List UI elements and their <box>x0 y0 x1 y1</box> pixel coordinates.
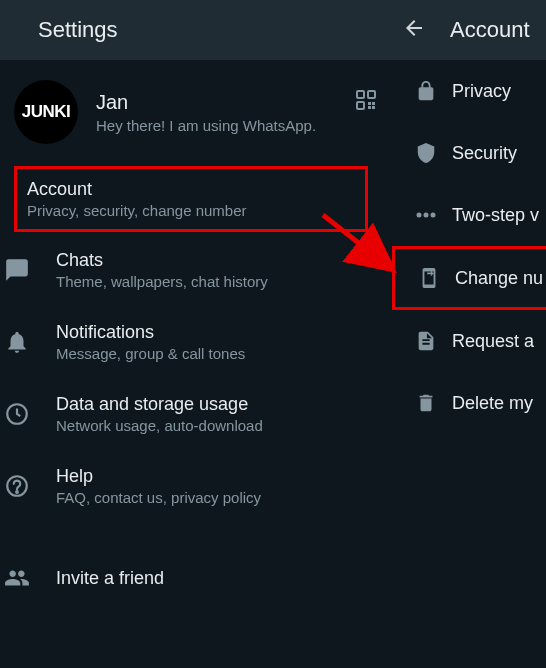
menu-label: Change nu <box>455 268 543 289</box>
svg-rect-6 <box>372 102 375 105</box>
account-item-privacy[interactable]: Privacy <box>392 60 546 122</box>
settings-item-invite[interactable]: Invite a friend <box>0 542 392 614</box>
settings-header: Settings <box>0 0 392 60</box>
settings-item-data[interactable]: Data and storage usage Network usage, au… <box>0 378 392 450</box>
menu-sub: Privacy, security, change number <box>27 202 355 219</box>
menu-title: Data and storage usage <box>56 394 378 415</box>
svg-point-12 <box>431 213 436 218</box>
trash-icon <box>400 392 452 414</box>
profile-name: Jan <box>96 91 378 114</box>
menu-label: Delete my <box>452 393 533 414</box>
account-item-request[interactable]: Request a <box>392 310 546 372</box>
avatar: JUNKI <box>14 80 78 144</box>
settings-panel: Settings JUNKI Jan Hey there! I am using… <box>0 0 392 668</box>
menu-sub: Theme, wallpapers, chat history <box>56 273 378 290</box>
profile-status: Hey there! I am using WhatsApp. <box>96 117 378 134</box>
account-item-twostep[interactable]: Two-step v <box>392 184 546 246</box>
account-item-delete[interactable]: Delete my <box>392 372 546 434</box>
back-icon[interactable] <box>402 16 426 44</box>
menu-text: Help FAQ, contact us, privacy policy <box>56 466 378 506</box>
phone-transfer-icon <box>403 267 455 289</box>
data-icon <box>0 401 56 427</box>
svg-point-10 <box>417 213 422 218</box>
menu-title: Account <box>27 179 355 200</box>
document-icon <box>400 330 452 352</box>
svg-rect-0 <box>357 91 364 98</box>
profile-row[interactable]: JUNKI Jan Hey there! I am using WhatsApp… <box>0 60 392 164</box>
account-item-security[interactable]: Security <box>392 122 546 184</box>
menu-text: Data and storage usage Network usage, au… <box>56 394 378 434</box>
chat-icon <box>0 257 56 283</box>
menu-title: Invite a friend <box>56 568 378 589</box>
menu-sub: Message, group & call tones <box>56 345 378 362</box>
svg-point-11 <box>424 213 429 218</box>
account-item-changenumber[interactable]: Change nu <box>392 246 546 310</box>
svg-rect-1 <box>368 91 375 98</box>
menu-label: Privacy <box>452 81 511 102</box>
menu-sub: FAQ, contact us, privacy policy <box>56 489 378 506</box>
svg-rect-4 <box>372 106 375 109</box>
svg-point-9 <box>16 491 18 493</box>
menu-label: Security <box>452 143 517 164</box>
svg-rect-2 <box>357 102 364 109</box>
settings-item-chats[interactable]: Chats Theme, wallpapers, chat history <box>0 234 392 306</box>
menu-title: Help <box>56 466 378 487</box>
help-icon <box>0 473 56 499</box>
shield-icon <box>400 142 452 164</box>
settings-title: Settings <box>38 17 118 43</box>
profile-text: Jan Hey there! I am using WhatsApp. <box>96 91 378 134</box>
pin-icon <box>400 208 452 222</box>
menu-title: Chats <box>56 250 378 271</box>
menu-label: Request a <box>452 331 534 352</box>
menu-text: Chats Theme, wallpapers, chat history <box>56 250 378 290</box>
account-panel: Account Privacy Security Two-step v Chan… <box>392 0 546 668</box>
bell-icon <box>0 329 56 355</box>
lock-icon <box>400 80 452 102</box>
menu-sub: Network usage, auto-download <box>56 417 378 434</box>
menu-label: Two-step v <box>452 205 539 226</box>
settings-item-help[interactable]: Help FAQ, contact us, privacy policy <box>0 450 392 522</box>
svg-rect-3 <box>368 102 371 105</box>
svg-rect-5 <box>368 106 371 109</box>
menu-text: Invite a friend <box>56 568 378 589</box>
settings-item-account[interactable]: Account Privacy, security, change number <box>14 166 368 232</box>
account-title: Account <box>450 17 530 43</box>
menu-title: Notifications <box>56 322 378 343</box>
qr-icon[interactable] <box>354 88 378 116</box>
settings-item-notifications[interactable]: Notifications Message, group & call tone… <box>0 306 392 378</box>
menu-text: Notifications Message, group & call tone… <box>56 322 378 362</box>
account-header: Account <box>392 0 546 60</box>
people-icon <box>0 565 56 591</box>
